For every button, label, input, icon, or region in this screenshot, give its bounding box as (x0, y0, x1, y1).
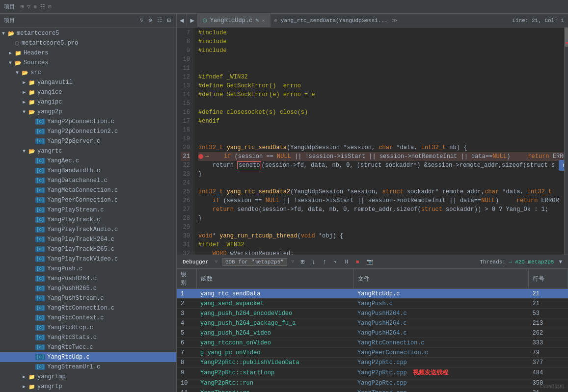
editor-scrollbar[interactable] (564, 27, 568, 255)
tree-item-YangP2pConnection2.c[interactable]: [c]YangP2pConnection2.c (0, 127, 176, 136)
tree-item-YangStreamUrl.c[interactable]: [c]YangStreamUrl.c (0, 362, 176, 372)
tree-item-yangrtp[interactable]: ▶📁yangrtp (0, 382, 176, 392)
tree-item-src[interactable]: ▼📂src (0, 68, 176, 78)
tree-item-YangRtcStats.c[interactable]: [c]YangRtcStats.c (0, 333, 176, 342)
tree-item-label: YangRtcConnection.c (47, 305, 114, 312)
expand-icon[interactable]: ⊡ (166, 16, 172, 25)
dbg-threads-arrow[interactable]: ▼ (557, 259, 564, 265)
tree-item-YangPlayTrackH265.c[interactable]: [c]YangPlayTrackH265.c (0, 244, 176, 254)
tree-item-label: YangRtcTwcc.c (47, 344, 93, 351)
tree-item-YangBandwidth.c[interactable]: [c]YangBandwidth.c (0, 166, 176, 176)
code-line-29 (198, 223, 564, 232)
tree-item-label: YangPushH265.c (47, 285, 97, 292)
tree-arrow-icon: ▶ (23, 374, 28, 380)
scrollbar-thumb[interactable] (565, 27, 568, 47)
callstack-func: yang_push_h264_package_fu_a (196, 318, 353, 328)
tree-item-YangPlayTrackH264.c[interactable]: [c]YangPlayTrackH264.c (0, 235, 176, 244)
callstack-table[interactable]: 级别 函数 文件 行号 1yang_rtc_sendDataYangRtcUdp… (177, 269, 568, 392)
tree-item-YangP2pServer.c[interactable]: [c]YangP2pServer.c (0, 136, 176, 146)
tree-item-yangrtmp[interactable]: ▶📁yangrtmp (0, 372, 176, 382)
tree-item-YangPeerConnection.c[interactable]: [c]YangPeerConnection.c (0, 195, 176, 205)
grid-icon[interactable]: ☷ (156, 16, 164, 25)
tree-item-YangRtcContext.c[interactable]: [c]YangRtcContext.c (0, 313, 176, 323)
tree-item-label: metartccore5 (17, 30, 59, 37)
tree-item-YangPlayTrackAudio.c[interactable]: [c]YangPlayTrackAudio.c (0, 225, 176, 235)
tree-item-headers[interactable]: ▶📁Headers (0, 48, 176, 58)
code-content[interactable]: #include #include #include #ifndef _WIN3… (194, 27, 564, 255)
tree-item-YangMetaConnection.c[interactable]: [c]YangMetaConnection.c (0, 185, 176, 195)
tab-nav-back[interactable]: ◀ (177, 14, 187, 27)
toolbar-icons: ⊞ ▽ ⊗ ☷ ⊡ (21, 3, 52, 10)
line-number: 18 (181, 126, 190, 134)
tree-item-YangDatachannel.c[interactable]: [c]YangDatachannel.c (0, 176, 176, 185)
debugger-sep1: ▼ (215, 259, 218, 265)
callstack-file: YangP2pRtc.cpp (353, 378, 529, 388)
callstack-row[interactable]: 1yang_rtc_sendDataYangRtcUdp.c21 (177, 289, 568, 299)
left-panel: 项目 ▽ ⊗ ☷ ⊡ ▼📂metartccore5⬡metartccore5.p… (0, 14, 177, 392)
callstack-row[interactable]: 8YangP2pRtc::publishVideoDataYangP2pRtc.… (177, 358, 568, 367)
code-text: #include (198, 37, 230, 46)
code-line-27: return sendto(session->fd, data, nb, 0, … (198, 205, 564, 214)
callstack-row[interactable]: 10YangP2pRtc::runYangP2pRtc.cpp350 (177, 378, 568, 388)
callstack-row[interactable]: 9YangP2pRtc::startLoopYangP2pRtc.cpp视频发送… (177, 367, 568, 378)
filter-icon[interactable]: ▽ (138, 16, 145, 25)
code-text: #define GetSockError() errno (198, 81, 301, 90)
code-line-12: #ifndef _WIN32 (198, 73, 564, 81)
tree-item-yangp2p[interactable]: ▼📂yangp2p (0, 107, 176, 117)
dbg-stop[interactable]: ■ (354, 259, 361, 265)
tab-close-btn[interactable]: ✕ (262, 18, 265, 24)
tree-item-sources[interactable]: ▼📂Sources (0, 58, 176, 68)
tree-item-YangRtcTwcc.c[interactable]: [c]YangRtcTwcc.c (0, 342, 176, 352)
tree-item-yangice[interactable]: ▶📁yangice (0, 87, 176, 97)
tree-item-YangRtcUdp.c[interactable]: [c]YangRtcUdp.c (0, 352, 176, 362)
callstack-row[interactable]: 6yang_rtcconn_onVideoYangRtcConnection.c… (177, 338, 568, 348)
callstack-row[interactable]: 2yang_send_avpacketYangPush.c21 (177, 299, 568, 309)
tree-item-YangPushStream.c[interactable]: [c]YangPushStream.c (0, 293, 176, 303)
debugger-session[interactable]: GDB for "metap2p5" (222, 258, 287, 266)
tree-item-YangPlayTrack.c[interactable]: [c]YangPlayTrack.c (0, 215, 176, 225)
tree-item-yangavutil[interactable]: ▶📁yangavutil (0, 78, 176, 87)
dbg-step-out[interactable]: ↑ (321, 258, 328, 266)
tree-item-YangRtcConnection.c[interactable]: [c]YangRtcConnection.c (0, 303, 176, 313)
callstack-row[interactable]: 4yang_push_h264_package_fu_aYangPushH264… (177, 318, 568, 328)
tree-item-icon: [c] (35, 364, 45, 370)
debugger-label[interactable]: Debugger (181, 259, 211, 265)
tree-item-YangPush.c[interactable]: [c]YangPush.c (0, 264, 176, 274)
tab-nav-forward[interactable]: ▶ (187, 14, 197, 27)
dbg-pause[interactable]: ⏸ (342, 259, 351, 265)
tree-item-YangAec.c[interactable]: [c]YangAec.c (0, 156, 176, 166)
tree-item-label: YangBandwidth.c (47, 167, 100, 174)
tab-item[interactable]: ⬡ YangRtcUdp.c ✎ ✕ (198, 14, 270, 27)
tree-item-yangrtc[interactable]: ▼📂yangrtc (0, 146, 176, 156)
tree-item-metartccore5[interactable]: ▼📂metartccore5 (0, 28, 176, 38)
dbg-run-to[interactable]: ↷ (331, 259, 339, 265)
tree-item-YangPushH265.c[interactable]: [c]YangPushH265.c (0, 284, 176, 293)
tree-item-yangipc[interactable]: ▶📁yangipc (0, 97, 176, 107)
dbg-step-in[interactable]: ↓ (309, 258, 317, 266)
callstack-table-el: 级别 函数 文件 行号 1yang_rtc_sendDataYangRtcUdp… (177, 269, 568, 392)
tree-item-YangRtcRtcp.c[interactable]: [c]YangRtcRtcp.c (0, 323, 176, 333)
tree-item-YangPushH264.c[interactable]: [c]YangPushH264.c (0, 274, 176, 284)
code-text: #include (198, 46, 230, 55)
tree-item-label: yangrtp (37, 383, 62, 390)
tree-item-icon: 📁 (28, 89, 35, 96)
tree-item-YangP2pConnection.c[interactable]: [c]YangP2pConnection.c (0, 117, 176, 127)
callstack-line: 21 (529, 299, 568, 309)
tree-item-label: YangRtcRtcp.c (47, 324, 93, 331)
dbg-cam[interactable]: 📷 (364, 259, 375, 265)
tree-item-icon: [c] (35, 295, 45, 301)
dbg-step-over[interactable]: ⊞ (298, 258, 306, 266)
tree-item-label: YangAec.c (47, 157, 79, 164)
callstack-row[interactable]: 7g_yang_pc_onVideoYangPeerConnection.c79 (177, 348, 568, 358)
tree-item-metartccore5pro[interactable]: ⬡metartccore5.pro (0, 38, 176, 48)
line-number: 10 (181, 55, 190, 64)
code-editor[interactable]: 7891011121314151617181920212223242526272… (177, 27, 568, 255)
line-number: 32 (181, 249, 190, 255)
tree-item-YangPlayTrackVideo.c[interactable]: [c]YangPlayTrackVideo.c (0, 254, 176, 264)
callstack-row[interactable]: 3yang_push_h264_encodeVideoYangPushH264.… (177, 309, 568, 318)
callstack-func: YangThread::go (196, 388, 353, 392)
callstack-row[interactable]: 11YangThread::goYangThread.cpp31 (177, 388, 568, 392)
tree-item-YangPlayStream.c[interactable]: [c]YangPlayStream.c (0, 205, 176, 215)
callstack-row[interactable]: 5yang_push_h264_videoYangPushH264.c262 (177, 328, 568, 338)
link-icon[interactable]: ⊗ (147, 16, 154, 25)
